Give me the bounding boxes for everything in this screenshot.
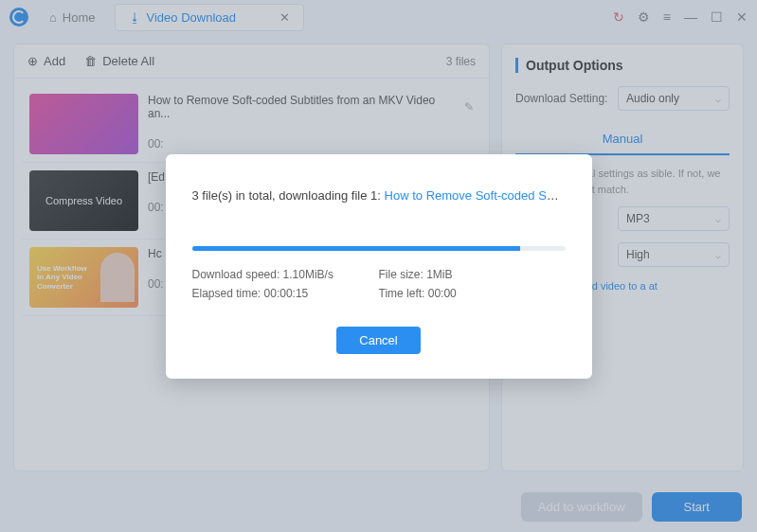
elapsed-time: Elapsed time: 00:00:15 bbox=[192, 287, 379, 300]
progress-bar bbox=[192, 246, 566, 251]
progress-fill bbox=[192, 246, 521, 251]
modal-status: 3 file(s) in total, downloading file 1: … bbox=[192, 188, 566, 203]
time-left: Time left: 00:00 bbox=[379, 287, 566, 300]
cancel-button[interactable]: Cancel bbox=[336, 327, 420, 354]
download-speed: Download speed: 1.10MiB/s bbox=[192, 268, 379, 281]
download-progress-modal: 3 file(s) in total, downloading file 1: … bbox=[166, 154, 592, 379]
downloading-filename: How to Remove Soft-coded Subtitles fr... bbox=[385, 188, 566, 203]
file-size: File size: 1MiB bbox=[379, 268, 566, 281]
modal-overlay: 3 file(s) in total, downloading file 1: … bbox=[0, 0, 757, 532]
